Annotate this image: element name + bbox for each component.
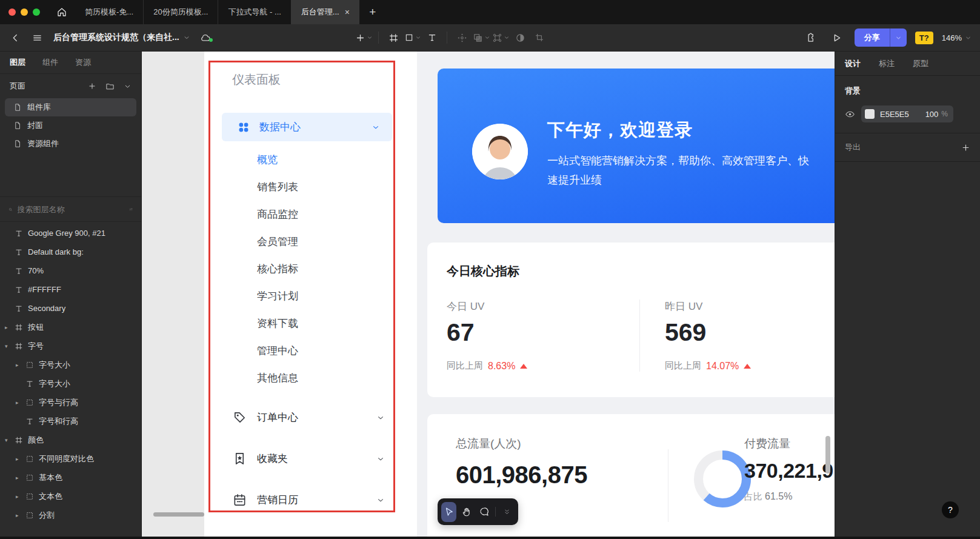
- design-nav-item[interactable]: 概览: [257, 146, 298, 173]
- collapse-toolbar-button[interactable]: [499, 502, 515, 522]
- color-hex-value[interactable]: E5E5E5: [880, 110, 925, 119]
- add-export-icon[interactable]: [961, 143, 970, 152]
- back-button[interactable]: [6, 28, 24, 47]
- left-panel-tab[interactable]: 图层: [10, 57, 25, 68]
- design-nav-group[interactable]: 收藏夹: [222, 445, 392, 472]
- horizontal-scrollbar[interactable]: [153, 512, 204, 517]
- design-nav-item[interactable]: 会员管理: [257, 228, 298, 255]
- text-tool-button[interactable]: [423, 28, 441, 47]
- layer-row[interactable]: Default dark bg:: [0, 243, 141, 261]
- page-row[interactable]: 封面: [5, 116, 136, 135]
- page-row[interactable]: 组件库: [5, 98, 136, 116]
- expand-arrow-icon[interactable]: ▸: [16, 475, 25, 481]
- insert-tool-button[interactable]: [355, 28, 373, 47]
- layer-row[interactable]: 70%: [0, 261, 141, 280]
- home-button[interactable]: [48, 0, 75, 24]
- expand-arrow-icon[interactable]: ▾: [5, 437, 15, 443]
- layer-row[interactable]: ▸ 字号大小: [0, 355, 141, 374]
- layer-row[interactable]: Google Grey 900, #21: [0, 224, 141, 243]
- document-tab[interactable]: 后台管理... ×: [291, 0, 359, 24]
- layer-row[interactable]: ▸ 不同明度对比色: [0, 449, 141, 468]
- cloud-sync-status[interactable]: [200, 32, 212, 44]
- layer-row[interactable]: ▸ 文本色: [0, 487, 141, 506]
- move-tool-button[interactable]: [453, 28, 471, 47]
- left-panel-tab[interactable]: 资源: [75, 57, 91, 68]
- expand-arrow-icon[interactable]: ▸: [16, 494, 25, 500]
- document-tab[interactable]: 简历模板-免... ×: [75, 0, 143, 24]
- chevron-down-icon[interactable]: [504, 35, 510, 41]
- design-frame[interactable]: 仪表面板 数据中心 概览销售列表商品监控会员管理核心指标学习计划资料下载管理中心…: [204, 52, 835, 539]
- color-field[interactable]: E5E5E5 100 %: [861, 105, 953, 122]
- present-button[interactable]: [828, 28, 846, 47]
- shape-tool-button[interactable]: [404, 28, 422, 47]
- expand-arrow-icon[interactable]: ▸: [5, 324, 15, 330]
- layer-row[interactable]: Secondary: [0, 299, 141, 318]
- chevron-down-icon[interactable]: [484, 35, 490, 41]
- help-button[interactable]: ?: [942, 501, 959, 518]
- plugin-badge[interactable]: T?: [915, 32, 933, 44]
- layer-row[interactable]: ▸ 按钮: [0, 318, 141, 336]
- left-panel-tab[interactable]: 组件: [42, 57, 58, 68]
- close-window-button[interactable]: [8, 8, 16, 16]
- design-nav-item[interactable]: 管理中心: [257, 337, 298, 364]
- boolean-tool-button[interactable]: [472, 28, 490, 47]
- inspector-tab[interactable]: 标注: [879, 58, 895, 69]
- vector-edit-button[interactable]: [492, 28, 510, 47]
- vertical-scrollbar[interactable]: [825, 436, 830, 474]
- expand-arrow-icon[interactable]: ▸: [16, 512, 25, 518]
- filter-sort-icon[interactable]: [129, 205, 133, 214]
- zoom-control[interactable]: 146%: [942, 33, 972, 42]
- chevron-down-icon[interactable]: [183, 34, 190, 41]
- search-input[interactable]: [18, 205, 124, 214]
- chevron-down-icon[interactable]: [415, 35, 421, 41]
- mask-tool-button[interactable]: [511, 28, 529, 47]
- folder-icon[interactable]: [105, 82, 115, 91]
- plugins-button[interactable]: [801, 28, 819, 47]
- document-title[interactable]: 后台管理系统设计规范（来自社...: [53, 32, 190, 43]
- design-nav-item[interactable]: 商品监控: [257, 201, 298, 228]
- design-nav-item[interactable]: 其他信息: [257, 364, 298, 392]
- share-options-button[interactable]: [890, 28, 907, 47]
- collapse-pages-icon[interactable]: [124, 82, 132, 90]
- main-menu-button[interactable]: [28, 28, 46, 47]
- design-nav-item[interactable]: 学习计划: [257, 283, 298, 310]
- expand-arrow-icon[interactable]: ▾: [5, 343, 15, 349]
- layer-row[interactable]: ▾ 颜色: [0, 430, 141, 449]
- expand-arrow-icon[interactable]: ▸: [16, 362, 25, 368]
- layer-row[interactable]: 字号大小: [0, 374, 141, 393]
- close-tab-icon[interactable]: ×: [345, 8, 350, 16]
- layer-row[interactable]: ▸ 基本色: [0, 468, 141, 487]
- hand-tool-button[interactable]: [459, 502, 474, 522]
- layer-row[interactable]: ▸ 字号与行高: [0, 393, 141, 412]
- layer-row[interactable]: ▾ 字号: [0, 336, 141, 355]
- color-swatch[interactable]: [865, 109, 875, 119]
- canvas[interactable]: 仪表面板 数据中心 概览销售列表商品监控会员管理核心指标学习计划资料下载管理中心…: [142, 52, 835, 539]
- expand-arrow-icon[interactable]: ▸: [16, 456, 25, 462]
- inspector-tab[interactable]: 原型: [913, 58, 928, 69]
- page-row[interactable]: 资源组件: [5, 135, 136, 153]
- expand-arrow-icon[interactable]: ▸: [16, 400, 25, 406]
- document-tab[interactable]: 20份简历模板... ×: [143, 0, 218, 24]
- select-tool-button[interactable]: [441, 502, 456, 522]
- comment-tool-button[interactable]: [476, 502, 492, 522]
- layer-row[interactable]: #FFFFFF: [0, 280, 141, 299]
- design-nav-group-data-center[interactable]: 数据中心: [222, 113, 392, 141]
- document-tab[interactable]: 下拉式导航 - ... ×: [218, 0, 290, 24]
- design-nav-group[interactable]: 营销日历: [222, 486, 392, 514]
- layer-row[interactable]: 字号和行高: [0, 412, 141, 430]
- opacity-value[interactable]: 100: [925, 110, 939, 119]
- design-nav-item[interactable]: 核心指标: [257, 255, 298, 283]
- zoom-window-button[interactable]: [33, 8, 40, 16]
- frame-tool-button[interactable]: [384, 28, 402, 47]
- minimize-window-button[interactable]: [21, 8, 28, 16]
- eye-icon[interactable]: [845, 109, 855, 119]
- chevron-down-icon[interactable]: [367, 35, 373, 41]
- new-tab-button[interactable]: +: [359, 0, 386, 24]
- design-nav-item[interactable]: 资料下载: [257, 310, 298, 337]
- inspector-tab[interactable]: 设计: [845, 58, 861, 69]
- crop-tool-button[interactable]: [530, 28, 548, 47]
- add-page-icon[interactable]: [88, 82, 96, 90]
- design-nav-item[interactable]: 销售列表: [257, 173, 298, 201]
- layer-row[interactable]: ▸ 分割: [0, 506, 141, 524]
- design-nav-group[interactable]: 订单中心: [222, 404, 392, 431]
